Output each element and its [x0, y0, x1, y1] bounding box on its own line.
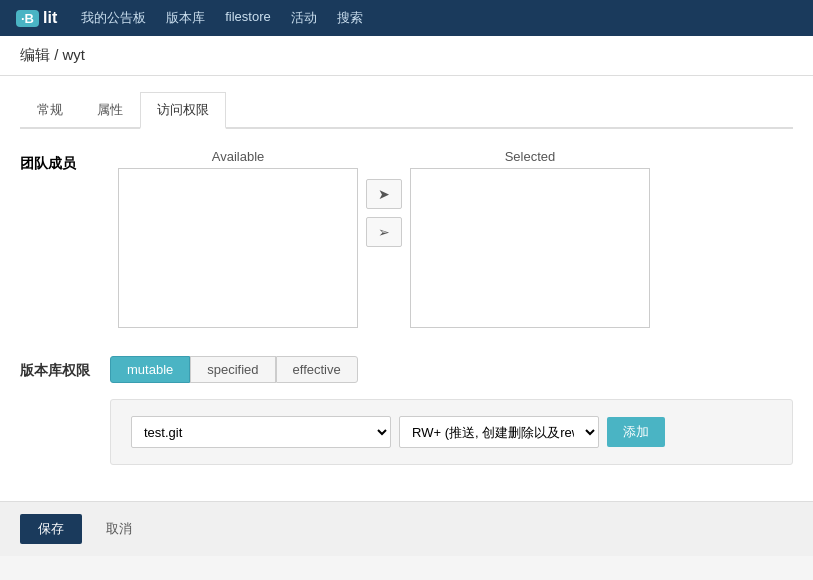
save-button[interactable]: 保存: [20, 514, 82, 544]
arrow-left-icon: ➢: [378, 224, 390, 240]
tab-normal[interactable]: 常规: [20, 92, 80, 129]
selected-header: Selected: [410, 149, 650, 164]
toggle-effective[interactable]: effective: [276, 356, 358, 383]
team-members-label: 团队成员: [20, 155, 76, 171]
nav-bulletin[interactable]: 我的公告板: [81, 9, 146, 27]
logo-icon: ·B: [16, 10, 39, 27]
toggle-mutable[interactable]: mutable: [110, 356, 190, 383]
perm-dropdown[interactable]: RW+ (推送, 创建删除以及rewin: [399, 416, 599, 448]
nav-filestore[interactable]: filestore: [225, 9, 271, 27]
cancel-button[interactable]: 取消: [94, 514, 144, 544]
main-content: 常规 属性 访问权限 团队成员 Available ➤ ➢ Selected: [0, 76, 813, 501]
tab-attributes[interactable]: 属性: [80, 92, 140, 129]
repo-permissions-section: 版本库权限 mutable specified effective test.g…: [20, 356, 793, 465]
transfer-buttons: ➤ ➢: [366, 149, 402, 247]
header: ·B lit 我的公告板 版本库 filestore 活动 搜索: [0, 0, 813, 36]
move-right-button[interactable]: ➤: [366, 179, 402, 209]
available-list[interactable]: [118, 168, 358, 328]
footer-bar: 保存 取消: [0, 501, 813, 556]
add-permission-button[interactable]: 添加: [607, 417, 665, 447]
nav-search[interactable]: 搜索: [337, 9, 363, 27]
available-header: Available: [118, 149, 358, 164]
repo-perm-controls: mutable specified effective test.git RW+…: [110, 356, 793, 465]
selected-list[interactable]: [410, 168, 650, 328]
arrow-right-icon: ➤: [378, 186, 390, 202]
toggle-specified[interactable]: specified: [190, 356, 275, 383]
repo-perm-label: 版本库权限: [20, 356, 110, 380]
add-permission-container: test.git RW+ (推送, 创建删除以及rewin 添加: [110, 399, 793, 465]
nav-activity[interactable]: 活动: [291, 9, 317, 27]
move-left-button[interactable]: ➢: [366, 217, 402, 247]
tab-bar: 常规 属性 访问权限: [20, 92, 793, 129]
breadcrumb: 编辑 / wyt: [0, 36, 813, 76]
perm-toggle-group: mutable specified effective: [110, 356, 793, 383]
repo-dropdown[interactable]: test.git: [131, 416, 391, 448]
tab-access[interactable]: 访问权限: [140, 92, 226, 129]
breadcrumb-text: 编辑 / wyt: [20, 46, 85, 63]
logo-text: lit: [43, 9, 57, 27]
nav-repos[interactable]: 版本库: [166, 9, 205, 27]
logo: ·B lit: [16, 9, 57, 27]
main-nav: 我的公告板 版本库 filestore 活动 搜索: [81, 9, 797, 27]
